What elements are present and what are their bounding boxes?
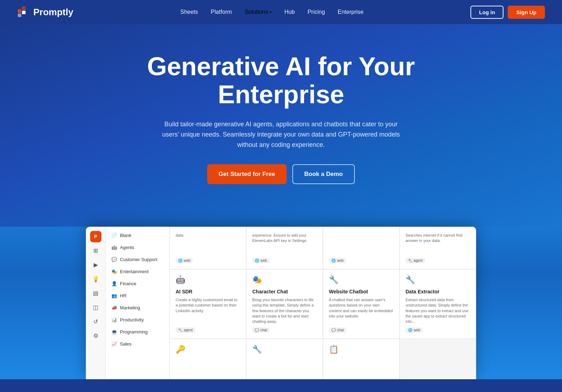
nav-links: Sheets Platform Solutions ▾ Hub Pricing … xyxy=(180,9,363,15)
main-content: data. 🌐 web experience. Ensure to add yo… xyxy=(170,227,476,379)
sidebar-icon-grid[interactable]: ⊞ xyxy=(90,245,101,256)
categories-panel: 📄 Blank 🤖 Agents 💬 Customer Support 🎭 En… xyxy=(106,227,170,379)
signup-button[interactable]: Sign Up xyxy=(508,6,545,19)
sidebar-icon-calendar[interactable]: ◫ xyxy=(90,302,101,313)
hero-buttons: Get Started for Free Book a Demo xyxy=(7,164,555,184)
nav-pricing[interactable]: Pricing xyxy=(308,9,325,15)
logo-icon xyxy=(17,6,30,18)
data-extractor-icon: 🔧 xyxy=(406,275,470,285)
web-icon4: 🌐 xyxy=(408,328,412,332)
cat-finance[interactable]: 👤 Finance xyxy=(106,278,169,290)
card3-2-icon: 🔧 xyxy=(252,345,317,354)
cat-hr[interactable]: 👥 HR xyxy=(106,290,169,302)
card-tag-web2: 🌐 web xyxy=(252,258,269,263)
cat-customer-support[interactable]: 💬 Customer Support xyxy=(106,254,169,266)
logo[interactable]: Promptly xyxy=(17,6,73,18)
cat-entertainment[interactable]: 🎭 Entertainment xyxy=(106,266,169,278)
svg-rect-3 xyxy=(18,13,21,17)
nav-sheets[interactable]: Sheets xyxy=(180,9,198,15)
get-started-button[interactable]: Get Started for Free xyxy=(207,164,287,184)
svg-rect-2 xyxy=(22,11,26,14)
hero-subtext: Build tailor-made generative AI agents, … xyxy=(160,119,402,150)
card-ai-sdr[interactable]: 🤖 AI SDR Create a highly customized emai… xyxy=(170,269,246,339)
svg-rect-1 xyxy=(22,6,26,10)
blank-icon: 📄 xyxy=(111,233,117,238)
sales-icon: 📈 xyxy=(111,341,117,347)
web-icon: 🌐 xyxy=(178,259,182,263)
customer-support-icon: 💬 xyxy=(111,257,117,263)
preview-body: P ⊞ ▶ 💡 ▤ ◫ ↺ ⚙ 📄 Blank 🤖 Agents xyxy=(86,227,476,379)
card-row1-3[interactable]: 🌐 web xyxy=(323,227,400,269)
chat-icon2: 💬 xyxy=(331,328,336,332)
hero-headline: Generative AI for Your Enterprise xyxy=(139,53,423,109)
book-demo-button[interactable]: Book a Demo xyxy=(292,164,355,184)
card-row1-1[interactable]: data. 🌐 web xyxy=(170,227,246,269)
hero-section: Generative AI for Your Enterprise Build … xyxy=(0,24,562,227)
entertainment-icon: 🎭 xyxy=(111,269,117,275)
finance-icon: 👤 xyxy=(111,281,117,287)
navbar-actions: Log in Sign Up xyxy=(470,6,545,19)
card-tag-agent1: 🔧 agent xyxy=(406,258,425,263)
agent-icon: 🔧 xyxy=(408,259,412,263)
chevron-down-icon: ▾ xyxy=(270,10,272,15)
card-tag-agent2: 🔧 agent xyxy=(176,327,195,333)
card-data-extractor[interactable]: 🔧 Data Extractor Extract structured data… xyxy=(400,269,476,339)
card-row3-1[interactable]: 🔑 xyxy=(170,339,246,379)
logo-text: Promptly xyxy=(33,7,73,18)
sidebar-icon-apps[interactable]: P xyxy=(90,231,101,242)
nav-solutions[interactable]: Solutions ▾ xyxy=(245,9,272,15)
card-tag-chat2: 💬 chat xyxy=(329,327,346,333)
card-row3-2[interactable]: 🔧 xyxy=(246,339,323,379)
web-icon2: 🌐 xyxy=(255,259,259,263)
app-sidebar: P ⊞ ▶ 💡 ▤ ◫ ↺ ⚙ xyxy=(86,227,106,379)
hero-headline-line2: Enterprise xyxy=(139,81,423,109)
preview-window: P ⊞ ▶ 💡 ▤ ◫ ↺ ⚙ 📄 Blank 🤖 Agents xyxy=(86,227,476,379)
website-chatbot-icon: 🔧 xyxy=(329,275,393,285)
cards-row3: 🔑 🔧 📋 xyxy=(170,339,476,379)
cat-blank[interactable]: 📄 Blank xyxy=(106,230,169,242)
hr-icon: 👥 xyxy=(111,293,117,299)
login-button[interactable]: Log in xyxy=(470,6,503,19)
card-row1-2[interactable]: experience. Ensure to add your ElevenLab… xyxy=(246,227,323,269)
card-row1-4[interactable]: Searches internet if it cannot find answ… xyxy=(400,227,476,269)
sidebar-icon-settings[interactable]: ⚙ xyxy=(90,330,101,342)
agents-icon: 🤖 xyxy=(111,245,117,250)
hero-headline-line1: Generative AI for Your xyxy=(139,53,423,81)
card-character-chat[interactable]: 🎭 Character Chat Bring your favorite cha… xyxy=(246,269,323,339)
nav-enterprise[interactable]: Enterprise xyxy=(338,9,364,15)
agent-icon2: 🔧 xyxy=(178,328,182,332)
ai-sdr-icon: 🤖 xyxy=(176,275,240,285)
cat-productivity[interactable]: 📊 Productivity xyxy=(106,314,169,326)
productivity-icon: 📊 xyxy=(111,317,117,323)
cat-programming[interactable]: 💻 Programming xyxy=(106,326,169,338)
card-tag-web4: 🌐 web xyxy=(406,327,423,333)
card3-1-icon: 🔑 xyxy=(176,345,240,354)
nav-hub[interactable]: Hub xyxy=(285,9,295,15)
svg-rect-0 xyxy=(18,9,21,13)
nav-platform[interactable]: Platform xyxy=(211,9,232,15)
card-tag-web1: 🌐 web xyxy=(176,258,193,263)
sidebar-icon-bulb[interactable]: 💡 xyxy=(90,274,101,285)
chat-icon: 💬 xyxy=(255,328,259,332)
card-website-chatbot[interactable]: 🔧 Website Chatbot A chatbot that can ans… xyxy=(323,269,400,339)
marketing-icon: 📣 xyxy=(111,305,117,311)
card-row3-4 xyxy=(400,339,476,379)
character-chat-icon: 🎭 xyxy=(252,275,317,285)
card-tag-web3: 🌐 web xyxy=(329,258,346,263)
app-preview: P ⊞ ▶ 💡 ▤ ◫ ↺ ⚙ 📄 Blank 🤖 Agents xyxy=(0,227,562,379)
navbar: Promptly Sheets Platform Solutions ▾ Hub… xyxy=(0,0,562,24)
card-row3-3[interactable]: 📋 xyxy=(323,339,400,379)
card-tag-chat1: 💬 chat xyxy=(252,327,270,333)
sidebar-icon-layers[interactable]: ▤ xyxy=(90,288,101,299)
card3-3-icon: 📋 xyxy=(329,345,393,354)
cat-marketing[interactable]: 📣 Marketing xyxy=(106,302,169,314)
sidebar-icon-play[interactable]: ▶ xyxy=(90,259,101,271)
cards-row1: data. 🌐 web experience. Ensure to add yo… xyxy=(170,227,476,269)
cat-agents[interactable]: 🤖 Agents xyxy=(106,242,169,254)
sidebar-icon-history[interactable]: ↺ xyxy=(90,316,101,327)
cat-sales[interactable]: 📈 Sales xyxy=(106,338,169,350)
cards-row2: 🤖 AI SDR Create a highly customized emai… xyxy=(170,269,476,339)
programming-icon: 💻 xyxy=(111,329,117,335)
web-icon3: 🌐 xyxy=(331,259,336,263)
